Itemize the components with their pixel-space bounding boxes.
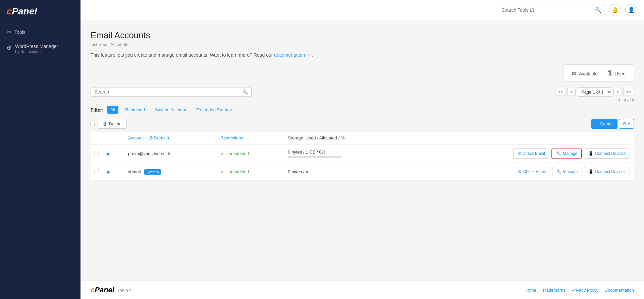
pagination-count: 1 - 2 of 2 — [618, 99, 634, 103]
search-icon[interactable]: 🔍 — [242, 89, 248, 95]
search-bar: 🔍 — [91, 87, 252, 97]
row2-account-cell: vhmult System — [124, 163, 216, 181]
row2-restrictions: ✔ Unrestricted — [220, 169, 280, 174]
filter-all[interactable]: All — [107, 106, 118, 114]
row2-checkbox[interactable] — [95, 169, 99, 173]
storage-bar-bg — [288, 156, 341, 158]
footer: cPanel 106.0.9 Home Trademarks Privacy P… — [80, 281, 644, 299]
row2-account: vhmult — [128, 169, 141, 174]
row1-restrictions-cell: ✔ Unrestricted — [216, 144, 284, 163]
create-button[interactable]: + Create — [591, 119, 618, 129]
row1-storage-text: 0 bytes / 1 GB / 0% — [288, 150, 399, 155]
th-storage: Storage: Used / Allocated / % — [284, 132, 403, 144]
row1-expand-arrow[interactable]: ▶ — [107, 151, 110, 156]
pagination-next[interactable]: > — [613, 88, 622, 96]
sidebar-item-tools[interactable]: ✂ Tools — [0, 25, 80, 39]
row1-check-email-button[interactable]: ✉ Check Email — [513, 148, 549, 159]
main-content: 🔍 🔔 👤 Email Accounts List Email Accounts… — [80, 0, 644, 299]
row1-connect-devices-button[interactable]: 📱 Connect Devices — [584, 148, 630, 159]
sidebar-item-tools-label: Tools — [14, 29, 25, 35]
cpanel-logo: cPanel — [7, 6, 37, 17]
pagination-prev[interactable]: < — [567, 88, 576, 96]
table-row: ▶ vhmult System ✔ Unrestricted 0 bytes /… — [91, 163, 634, 181]
pagination-first[interactable]: << — [555, 88, 566, 96]
toolbar-left: 🗑 Delete — [91, 119, 127, 129]
trash-icon: 🗑 — [103, 121, 107, 126]
gear-dropdown-arrow: ▾ — [628, 121, 630, 126]
bell-icon: 🔔 — [612, 7, 619, 13]
used-value: 1 — [608, 69, 612, 77]
footer-link-privacy-policy[interactable]: Privacy Policy — [572, 288, 599, 293]
row1-restrictions: ✔ Unrestricted — [220, 151, 280, 156]
page-select[interactable]: Page 1 of 1 — [577, 87, 612, 97]
footer-cpanel-text: cPanel — [91, 286, 114, 294]
row2-check-email-button[interactable]: ✉ Check Email — [514, 167, 550, 176]
row2-restrictions-cell: ✔ Unrestricted — [216, 163, 284, 181]
row1-manage-button[interactable]: 🔧 Manage — [551, 148, 582, 159]
table-row: ▶ prova@vhostingtest.it ✔ Unrestricted 0… — [91, 144, 634, 163]
filter-label: Filter: — [91, 107, 104, 113]
footer-link-documentation[interactable]: Documentation — [605, 288, 634, 293]
gear-button[interactable]: ⚙ ▾ — [619, 119, 634, 129]
filter-system-account[interactable]: System Account — [152, 106, 190, 114]
footer-link-home[interactable]: Home — [525, 288, 536, 293]
row1-actions: ✉ Check Email 🔧 Manage 📱 Connect Devices — [408, 148, 630, 159]
th-domain: @ Domain — [148, 135, 169, 140]
available-value: ∞ — [572, 69, 576, 77]
pagination-last[interactable]: >> — [623, 88, 634, 96]
toolbar-right: + Create ⚙ ▾ — [591, 119, 634, 129]
row2-actions-cell: ✉ Check Email 🔧 Manage 📱 Connect Devices — [404, 163, 634, 181]
notifications-button[interactable]: 🔔 — [609, 4, 621, 16]
filter-exceeded-storage[interactable]: Exceeded Storage — [193, 106, 235, 114]
footer-link-trademarks[interactable]: Trademarks — [542, 288, 566, 293]
sidebar-logo: cPanel — [0, 0, 80, 25]
used-stat: 1 Used — [608, 69, 626, 77]
footer-logo: cPanel 106.0.9 — [91, 286, 131, 294]
user-button[interactable]: 👤 — [625, 4, 637, 16]
tools-icon: ✂ — [7, 29, 11, 35]
wordpress-icon: ⊕ — [7, 44, 12, 51]
stats-bar: ∞ Available 1 Used — [91, 64, 634, 82]
footer-version: 106.0.9 — [117, 288, 131, 293]
description-prefix: This feature lets you create and manage … — [91, 52, 273, 58]
envelope-icon: ✉ — [518, 169, 522, 174]
sidebar: cPanel ✂ Tools ⊕ WordPress Manager by So… — [0, 0, 80, 299]
sidebar-item-wordpress-manager[interactable]: ⊕ WordPress Manager by Softaculous — [0, 39, 80, 59]
sidebar-navigation: ✂ Tools ⊕ WordPress Manager by Softaculo… — [0, 25, 80, 59]
wordpress-label: WordPress Manager by Softaculous — [15, 43, 58, 55]
filter-restricted[interactable]: Restricted — [122, 106, 148, 114]
search-tools-icon[interactable]: 🔍 — [595, 7, 601, 13]
row1-storage-bar — [288, 156, 399, 158]
search-tools-input[interactable] — [501, 7, 593, 13]
used-label: Used — [614, 71, 626, 76]
row1-actions-cell: ✉ Check Email 🔧 Manage 📱 Connect Devices — [404, 144, 634, 163]
row1-checkbox-cell — [91, 144, 103, 163]
page-subtitle: List Email Accounts — [91, 42, 634, 47]
delete-button[interactable]: 🗑 Delete — [98, 119, 127, 129]
row2-manage-button[interactable]: 🔧 Manage — [552, 167, 582, 176]
page-content: Email Accounts List Email Accounts This … — [80, 20, 644, 281]
row2-expand-arrow[interactable]: ▶ — [107, 169, 110, 174]
check-icon: ✔ — [220, 169, 224, 174]
th-expand — [103, 132, 124, 144]
envelope-icon: ✉ — [518, 151, 521, 156]
available-label: Available — [579, 71, 598, 76]
row1-expand-cell: ▶ — [103, 144, 124, 163]
table-controls: 🔍 << < Page 1 of 1 > >> — [91, 87, 634, 97]
row2-connect-devices-button[interactable]: 📱 Connect Devices — [584, 167, 630, 176]
select-all-checkbox[interactable] — [91, 122, 95, 126]
footer-links: Home Trademarks Privacy Policy Documenta… — [525, 288, 634, 293]
search-input[interactable] — [94, 89, 240, 95]
search-tools-wrapper: 🔍 — [498, 5, 605, 15]
documentation-link[interactable]: documentation ↗ — [274, 52, 312, 58]
pagination: << < Page 1 of 1 > >> — [555, 87, 634, 97]
table-header-row: Account ↑ @ Domain Restrictions Storage:… — [91, 132, 634, 144]
available-stat: ∞ Available — [572, 69, 598, 77]
th-restrictions: Restrictions — [216, 132, 284, 144]
row2-checkbox-cell — [91, 163, 103, 181]
top-header: 🔍 🔔 👤 — [80, 0, 644, 20]
description-suffix: . — [312, 52, 313, 58]
page-title: Email Accounts — [91, 30, 634, 41]
row1-checkbox[interactable] — [95, 151, 99, 155]
mobile-icon: 📱 — [588, 151, 593, 156]
